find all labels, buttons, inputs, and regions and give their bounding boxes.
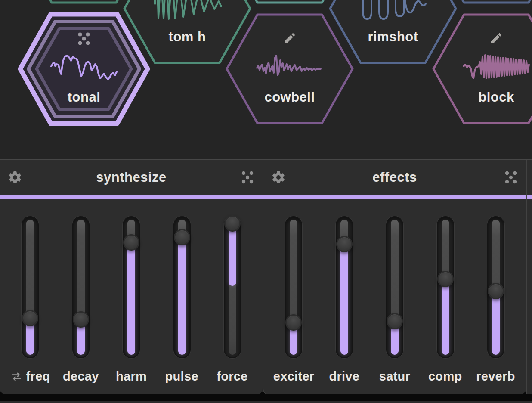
slider-label: force <box>207 369 257 384</box>
slider-fill <box>229 223 236 285</box>
pad-label-block: block <box>430 90 532 105</box>
slider-label: satur <box>369 369 420 384</box>
pad-grid-stage: tonal tom h cowbell <box>0 0 532 159</box>
slider-label: decay <box>56 369 106 384</box>
pencil-edit-icon <box>430 31 532 45</box>
slider-handle[interactable] <box>336 236 353 252</box>
slider-label: freq <box>26 369 50 384</box>
synthesize-sliders <box>0 216 263 358</box>
effects-accent-bar <box>263 195 526 199</box>
slider-label: reverb <box>470 369 521 384</box>
slider-handle[interactable] <box>488 283 504 299</box>
slider-label: comp <box>420 369 470 384</box>
gear-icon[interactable] <box>271 170 286 185</box>
pad-block[interactable]: block <box>430 12 532 126</box>
slider-fill <box>492 291 500 355</box>
cowbell-waveform <box>255 52 324 82</box>
synthesize-panel-title: synthesize <box>0 170 263 185</box>
random-dots-icon[interactable] <box>504 170 518 185</box>
effects-panel-title: effects <box>263 170 526 185</box>
reverb-slider[interactable] <box>487 216 504 358</box>
synthesize-slider-labels: freq decay harm pulse force <box>0 369 263 384</box>
slider-handle[interactable] <box>285 314 302 331</box>
effects-slider-labels: exciter drive satur comp reverb <box>263 369 526 384</box>
synthesize-panel: synthesize <box>0 159 263 394</box>
synthesize-accent-bar <box>0 195 263 199</box>
slider-handle[interactable] <box>174 229 190 245</box>
tonal-waveform <box>49 52 118 82</box>
slider-handle[interactable] <box>387 313 403 329</box>
pulse-slider[interactable] <box>173 216 191 358</box>
slider-label: harm <box>106 369 156 384</box>
pad-label-cowbell: cowbell <box>224 90 356 105</box>
block-waveform <box>462 52 531 82</box>
decay-slider[interactable] <box>72 216 90 358</box>
gear-icon[interactable] <box>8 170 22 185</box>
comp-slider[interactable] <box>437 216 454 358</box>
slider-label: exciter <box>269 369 319 384</box>
pad-label-tonal: tonal <box>18 90 150 105</box>
slider-handle[interactable] <box>73 311 89 328</box>
synthesize-panel-header: synthesize <box>0 160 263 195</box>
next-panel-partial[interactable] <box>526 159 532 394</box>
freq-label-cell: freq <box>5 369 56 384</box>
drive-slider[interactable] <box>336 216 353 358</box>
slider-fill <box>178 237 186 355</box>
slider-handle[interactable] <box>22 310 38 326</box>
bottom-edge-strip <box>0 401 532 403</box>
rimshot-waveform <box>359 0 427 25</box>
random-dots-icon[interactable] <box>240 170 255 185</box>
slider-fill <box>127 242 135 355</box>
effects-sliders <box>263 216 526 358</box>
harm-slider[interactable] <box>123 216 140 358</box>
slider-handle[interactable] <box>437 271 454 287</box>
force-slider[interactable] <box>224 216 241 358</box>
tom-h-waveform <box>153 0 222 25</box>
slider-fill <box>442 279 449 355</box>
slider-label: drive <box>319 369 369 384</box>
exciter-slider[interactable] <box>285 216 302 358</box>
slider-fill <box>340 244 348 355</box>
slider-label: pulse <box>157 369 207 384</box>
effects-panel: effects <box>263 159 526 394</box>
freq-slider[interactable] <box>22 216 39 358</box>
satur-slider[interactable] <box>386 216 403 358</box>
effects-panel-header: effects <box>263 160 526 195</box>
reorder-arrows-icon[interactable] <box>11 371 22 382</box>
slider-handle[interactable] <box>123 234 139 251</box>
slider-handle[interactable] <box>224 215 241 232</box>
